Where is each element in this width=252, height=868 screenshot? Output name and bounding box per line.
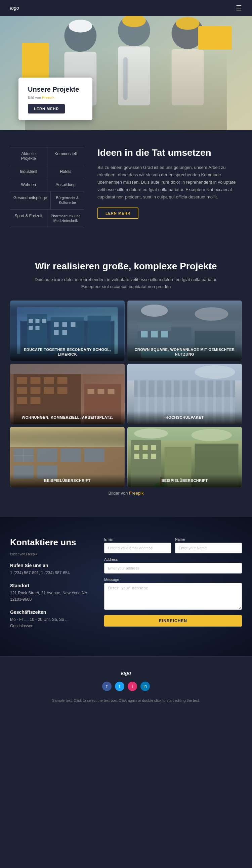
svg-rect-79 — [61, 448, 81, 462]
facebook-icon[interactable]: f — [102, 682, 112, 691]
svg-rect-5 — [118, 46, 150, 105]
project-overlay-hochschul: HOCHSCHULPAKET — [127, 411, 242, 424]
svg-rect-57 — [10, 364, 125, 374]
svg-rect-45 — [31, 377, 41, 384]
message-label: Message — [104, 578, 242, 582]
hero-learn-more-button[interactable]: LERN MEHR — [28, 104, 65, 114]
svg-rect-36 — [151, 331, 158, 338]
cat-wohnen[interactable]: Wohnen — [10, 178, 47, 191]
project-overlay-beispiel1: BEISPIELÜBERSCHRIFT — [10, 474, 125, 487]
svg-rect-24 — [62, 322, 67, 327]
hero-freepik-link[interactable]: Freepik — [42, 95, 54, 99]
svg-rect-93 — [151, 445, 156, 450]
project-card-hochschul[interactable]: HOCHSCHULPAKET — [127, 364, 242, 424]
message-input[interactable] — [104, 583, 242, 610]
cat-hotels[interactable]: Hotels — [47, 165, 84, 178]
cat-kommerziell[interactable]: Kommerziell — [47, 147, 84, 165]
projects-section: Wir realisieren große, komplexe Projekte… — [0, 244, 252, 517]
svg-point-10 — [176, 17, 199, 30]
svg-rect-26 — [54, 330, 59, 335]
project-card-school[interactable]: EDUCATE TOGETHER SECONDARY SCHOOL, LIMER… — [10, 301, 125, 361]
svg-rect-53 — [31, 397, 41, 404]
name-group: Name — [175, 537, 242, 553]
form-row-1: Email Name — [104, 537, 242, 553]
contact-inner: Kontaktiere uns Bilder von Freepik Rufen… — [10, 537, 242, 636]
contact-address-block: Standort 121 Rock Street, 21 Avenue, New… — [10, 583, 91, 603]
svg-point-74 — [195, 365, 235, 379]
contact-phone-numbers: 1 (234) 567-891, 1 (234) 987-654 — [10, 570, 91, 576]
contact-section: Kontaktiere uns Bilder von Freepik Rufen… — [0, 517, 252, 656]
svg-rect-78 — [37, 448, 57, 462]
svg-rect-86 — [10, 427, 125, 447]
contact-form: Email Name Address Message — [104, 537, 242, 636]
categories-text: Ideen in die Tat umsetzen Bis zu einem g… — [97, 147, 242, 219]
svg-point-4 — [118, 16, 150, 46]
cat-row-3: Wohnen Ausbildung — [10, 178, 84, 191]
contact-address-text: 121 Rock Street, 21 Avenue, New York, NY… — [10, 590, 91, 603]
address-label: Address — [104, 557, 242, 561]
project-label-beispiel2: BEISPIELÜBERSCHRIFT — [132, 478, 237, 483]
cat-aktuelle[interactable]: Aktuelle Projekte — [10, 147, 47, 165]
form-row-3: Message — [104, 578, 242, 611]
cat-pharma[interactable]: Pharmazeutik und Medizintechnik — [47, 210, 84, 227]
contact-left: Kontaktiere uns Bilder von Freepik Rufen… — [10, 537, 91, 636]
email-label: Email — [104, 537, 171, 541]
project-overlay-crown: CROWN SQUARE, WOHNANLAGE MIT GEMISCHTER … — [127, 343, 242, 361]
project-card-wohnungen[interactable]: WOHNUNGEN, KOMMERZIELL, ARBEITSPLATZ. — [10, 364, 125, 424]
footer-logo: logo — [10, 670, 242, 676]
hamburger-menu[interactable]: ☰ — [236, 4, 242, 12]
cat-gesundheit[interactable]: Gesundheitspflege — [10, 191, 51, 209]
project-card-beispiel1[interactable]: BEISPIELÜBERSCHRIFT — [10, 427, 125, 487]
svg-rect-92 — [143, 445, 148, 450]
categories-body: Bis zu einem gewissen Grad ist es uns ge… — [97, 164, 242, 201]
message-group: Message — [104, 578, 242, 611]
name-input[interactable] — [175, 542, 242, 553]
svg-rect-49 — [31, 387, 41, 394]
contact-hours-text: Mo - Fr .... 10 - 20 Uhr, Sa, So ... Ges… — [10, 617, 91, 629]
address-group: Address — [104, 557, 242, 574]
submit-button[interactable]: EINREICHEN — [104, 615, 242, 627]
svg-rect-27 — [62, 330, 67, 335]
header-logo: logo — [10, 5, 19, 11]
svg-rect-46 — [44, 377, 54, 384]
project-card-beispiel2[interactable]: BEISPIELÜBERSCHRIFT — [127, 427, 242, 487]
projects-freepik-link[interactable]: Freepik — [129, 491, 143, 496]
linkedin-icon[interactable]: in — [140, 682, 150, 691]
name-label: Name — [175, 537, 242, 541]
svg-point-39 — [141, 305, 168, 317]
svg-point-8 — [68, 20, 92, 32]
svg-point-100 — [134, 429, 168, 438]
cat-buerger[interactable]: Bürgerrecht & Kulturerbe — [51, 191, 84, 209]
instagram-icon[interactable]: i — [128, 682, 137, 691]
contact-address-title: Standort — [10, 583, 91, 588]
svg-rect-25 — [71, 322, 76, 327]
contact-hours-title: Geschäftszeiten — [10, 610, 91, 615]
svg-point-2 — [64, 20, 96, 52]
svg-rect-22 — [36, 326, 40, 330]
svg-rect-51 — [57, 387, 67, 394]
cat-industriell[interactable]: Industriell — [10, 165, 47, 178]
svg-rect-23 — [54, 322, 59, 327]
cat-row-1: Aktuelle Projekte Kommerziell — [10, 147, 84, 165]
svg-rect-52 — [17, 397, 27, 404]
svg-point-101 — [192, 429, 232, 441]
svg-rect-56 — [108, 389, 115, 394]
contact-freepik: Bilder von Freepik — [10, 552, 91, 556]
svg-rect-7 — [172, 49, 204, 105]
svg-point-40 — [195, 307, 228, 321]
project-card-crown[interactable]: CROWN SQUARE, WOHNANLAGE MIT GEMISCHTER … — [127, 301, 242, 361]
address-input[interactable] — [104, 563, 242, 574]
svg-rect-94 — [134, 454, 139, 459]
cat-ausbildung[interactable]: Ausbildung — [47, 178, 84, 191]
project-overlay-wohnungen: WOHNUNGEN, KOMMERZIELL, ARBEITSPLATZ. — [10, 411, 125, 424]
email-input[interactable] — [104, 542, 171, 553]
svg-rect-47 — [57, 377, 67, 384]
project-overlay-beispiel2: BEISPIELÜBERSCHRIFT — [127, 474, 242, 487]
cat-row-4: Gesundheitspflege Bürgerrecht & Kulturer… — [10, 191, 84, 210]
cat-sport[interactable]: Sport & Freizeit — [10, 210, 47, 227]
twitter-icon[interactable]: t — [115, 682, 124, 691]
projects-heading: Wir realisieren große, komplexe Projekte — [10, 261, 242, 272]
contact-phone-title: Rufen Sie uns an — [10, 563, 91, 568]
email-group: Email — [104, 537, 171, 553]
categories-learn-more-button[interactable]: LERN MEHR — [97, 208, 138, 219]
